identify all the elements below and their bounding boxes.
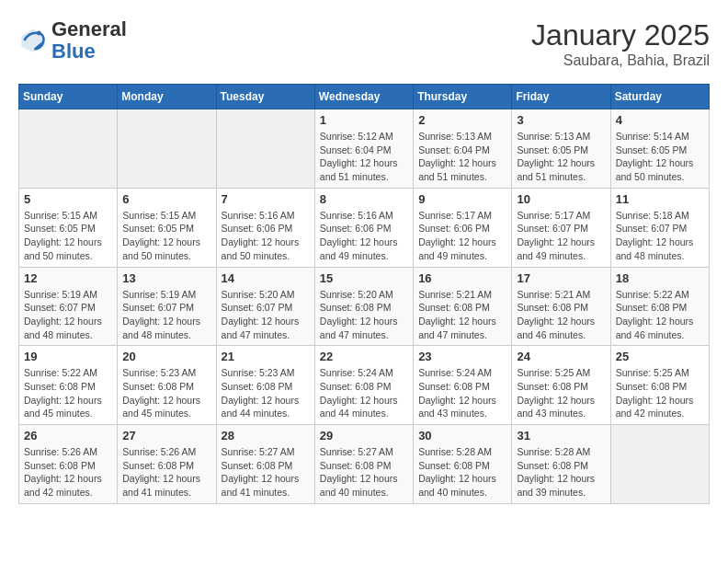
day-info: Sunrise: 5:15 AMSunset: 6:05 PMDaylight:… <box>122 209 210 263</box>
day-number: 2 <box>418 113 506 127</box>
day-info: Sunrise: 5:27 AMSunset: 6:08 PMDaylight:… <box>222 445 310 500</box>
day-number: 18 <box>616 271 704 285</box>
day-number: 24 <box>517 350 605 363</box>
day-info: Sunrise: 5:17 AMSunset: 6:06 PMDaylight:… <box>418 209 506 263</box>
day-number: 10 <box>517 192 605 206</box>
calendar-cell: 30Sunrise: 5:28 AMSunset: 6:08 PMDayligh… <box>414 425 512 504</box>
calendar-cell: 25Sunrise: 5:25 AMSunset: 6:08 PMDayligh… <box>610 346 709 425</box>
day-info: Sunrise: 5:20 AMSunset: 6:07 PMDaylight:… <box>222 288 310 342</box>
day-number: 1 <box>320 113 408 127</box>
calendar-cell: 22Sunrise: 5:24 AMSunset: 6:08 PMDayligh… <box>314 346 413 425</box>
calendar-cell: 16Sunrise: 5:21 AMSunset: 6:08 PMDayligh… <box>414 267 512 346</box>
day-number: 20 <box>122 350 210 363</box>
day-number: 4 <box>616 113 704 127</box>
day-info: Sunrise: 5:26 AMSunset: 6:08 PMDaylight:… <box>122 445 210 500</box>
page-header: General Blue January 2025 Saubara, Bahia… <box>18 18 710 69</box>
day-info: Sunrise: 5:13 AMSunset: 6:04 PMDaylight:… <box>418 130 506 184</box>
calendar-cell: 17Sunrise: 5:21 AMSunset: 6:08 PMDayligh… <box>512 267 610 346</box>
day-number: 7 <box>222 192 310 206</box>
calendar-week-4: 19Sunrise: 5:22 AMSunset: 6:08 PMDayligh… <box>19 346 710 425</box>
calendar-cell: 20Sunrise: 5:23 AMSunset: 6:08 PMDayligh… <box>118 346 216 425</box>
day-info: Sunrise: 5:14 AMSunset: 6:05 PMDaylight:… <box>616 130 704 184</box>
calendar-cell: 3Sunrise: 5:13 AMSunset: 6:05 PMDaylight… <box>512 109 610 189</box>
calendar-cell: 19Sunrise: 5:22 AMSunset: 6:08 PMDayligh… <box>19 346 118 425</box>
header-day-saturday: Saturday <box>610 85 709 109</box>
calendar-cell: 13Sunrise: 5:19 AMSunset: 6:07 PMDayligh… <box>118 267 216 346</box>
day-info: Sunrise: 5:22 AMSunset: 6:08 PMDaylight:… <box>24 366 112 420</box>
day-number: 19 <box>24 350 112 363</box>
day-number: 11 <box>616 192 704 206</box>
day-number: 30 <box>418 429 506 442</box>
header-day-thursday: Thursday <box>414 85 512 109</box>
header-day-sunday: Sunday <box>19 85 118 109</box>
day-number: 12 <box>24 271 112 285</box>
calendar-cell: 18Sunrise: 5:22 AMSunset: 6:08 PMDayligh… <box>610 267 709 346</box>
day-number: 13 <box>122 271 210 285</box>
calendar-week-2: 5Sunrise: 5:15 AMSunset: 6:05 PMDaylight… <box>19 188 710 267</box>
day-number: 28 <box>222 429 310 442</box>
calendar-cell: 1Sunrise: 5:12 AMSunset: 6:04 PMDaylight… <box>314 109 413 189</box>
svg-point-1 <box>37 31 41 36</box>
day-number: 14 <box>222 271 310 285</box>
day-info: Sunrise: 5:18 AMSunset: 6:07 PMDaylight:… <box>616 209 704 263</box>
day-info: Sunrise: 5:26 AMSunset: 6:08 PMDaylight:… <box>24 445 112 500</box>
day-info: Sunrise: 5:25 AMSunset: 6:08 PMDaylight:… <box>517 366 605 420</box>
calendar-week-3: 12Sunrise: 5:19 AMSunset: 6:07 PMDayligh… <box>19 267 710 346</box>
calendar-cell: 9Sunrise: 5:17 AMSunset: 6:06 PMDaylight… <box>414 188 512 267</box>
day-number: 25 <box>616 350 704 363</box>
calendar-cell <box>216 109 314 189</box>
day-number: 5 <box>24 192 112 206</box>
calendar-cell: 5Sunrise: 5:15 AMSunset: 6:05 PMDaylight… <box>19 188 118 267</box>
day-info: Sunrise: 5:28 AMSunset: 6:08 PMDaylight:… <box>418 445 506 500</box>
calendar-table: SundayMondayTuesdayWednesdayThursdayFrid… <box>18 84 710 504</box>
day-number: 27 <box>122 429 210 442</box>
day-number: 3 <box>517 113 605 127</box>
day-info: Sunrise: 5:12 AMSunset: 6:04 PMDaylight:… <box>320 130 408 184</box>
logo: General Blue <box>18 18 127 63</box>
day-info: Sunrise: 5:23 AMSunset: 6:08 PMDaylight:… <box>122 366 210 420</box>
calendar-cell: 23Sunrise: 5:24 AMSunset: 6:08 PMDayligh… <box>414 346 512 425</box>
day-number: 8 <box>320 192 408 206</box>
day-number: 26 <box>24 429 112 442</box>
header-day-tuesday: Tuesday <box>216 85 314 109</box>
day-number: 6 <box>122 192 210 206</box>
day-info: Sunrise: 5:17 AMSunset: 6:07 PMDaylight:… <box>517 209 605 263</box>
calendar-cell: 14Sunrise: 5:20 AMSunset: 6:07 PMDayligh… <box>216 267 314 346</box>
day-info: Sunrise: 5:27 AMSunset: 6:08 PMDaylight:… <box>320 445 408 500</box>
calendar-body: 1Sunrise: 5:12 AMSunset: 6:04 PMDaylight… <box>19 109 710 504</box>
header-day-friday: Friday <box>512 85 610 109</box>
calendar-cell <box>118 109 216 189</box>
day-info: Sunrise: 5:16 AMSunset: 6:06 PMDaylight:… <box>320 209 408 263</box>
day-number: 9 <box>418 192 506 206</box>
day-info: Sunrise: 5:19 AMSunset: 6:07 PMDaylight:… <box>24 288 112 342</box>
header-row: SundayMondayTuesdayWednesdayThursdayFrid… <box>19 85 710 109</box>
day-info: Sunrise: 5:15 AMSunset: 6:05 PMDaylight:… <box>24 209 112 263</box>
day-info: Sunrise: 5:16 AMSunset: 6:06 PMDaylight:… <box>222 209 310 263</box>
day-info: Sunrise: 5:24 AMSunset: 6:08 PMDaylight:… <box>418 366 506 420</box>
day-number: 15 <box>320 271 408 285</box>
calendar-cell: 29Sunrise: 5:27 AMSunset: 6:08 PMDayligh… <box>314 425 413 504</box>
month-title: January 2025 <box>531 18 710 52</box>
calendar-cell: 4Sunrise: 5:14 AMSunset: 6:05 PMDaylight… <box>610 109 709 189</box>
calendar-cell: 6Sunrise: 5:15 AMSunset: 6:05 PMDaylight… <box>118 188 216 267</box>
day-info: Sunrise: 5:20 AMSunset: 6:08 PMDaylight:… <box>320 288 408 342</box>
location-title: Saubara, Bahia, Brazil <box>531 52 710 69</box>
day-info: Sunrise: 5:21 AMSunset: 6:08 PMDaylight:… <box>418 288 506 342</box>
calendar-week-1: 1Sunrise: 5:12 AMSunset: 6:04 PMDaylight… <box>19 109 710 189</box>
calendar-cell: 10Sunrise: 5:17 AMSunset: 6:07 PMDayligh… <box>512 188 610 267</box>
day-number: 21 <box>222 350 310 363</box>
calendar-header: SundayMondayTuesdayWednesdayThursdayFrid… <box>19 85 710 109</box>
day-number: 16 <box>418 271 506 285</box>
title-block: January 2025 Saubara, Bahia, Brazil <box>531 18 710 69</box>
day-number: 29 <box>320 429 408 442</box>
day-info: Sunrise: 5:21 AMSunset: 6:08 PMDaylight:… <box>517 288 605 342</box>
calendar-cell: 2Sunrise: 5:13 AMSunset: 6:04 PMDaylight… <box>414 109 512 189</box>
day-info: Sunrise: 5:25 AMSunset: 6:08 PMDaylight:… <box>616 366 704 420</box>
calendar-cell: 24Sunrise: 5:25 AMSunset: 6:08 PMDayligh… <box>512 346 610 425</box>
calendar-cell: 8Sunrise: 5:16 AMSunset: 6:06 PMDaylight… <box>314 188 413 267</box>
calendar-cell: 28Sunrise: 5:27 AMSunset: 6:08 PMDayligh… <box>216 425 314 504</box>
day-info: Sunrise: 5:13 AMSunset: 6:05 PMDaylight:… <box>517 130 605 184</box>
header-day-wednesday: Wednesday <box>314 85 413 109</box>
day-info: Sunrise: 5:23 AMSunset: 6:08 PMDaylight:… <box>222 366 310 420</box>
calendar-cell: 12Sunrise: 5:19 AMSunset: 6:07 PMDayligh… <box>19 267 118 346</box>
